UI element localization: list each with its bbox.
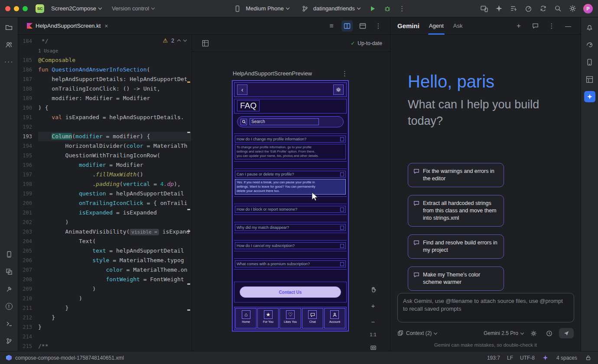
nav-item-person[interactable]: Account	[324, 308, 345, 328]
preview-canvas[interactable]: HelpAndSupportScreenPreview ⋮ ‹ FAQ	[192, 52, 390, 351]
run-configurations-icon[interactable]	[508, 3, 519, 14]
lock-icon[interactable]	[584, 354, 592, 362]
expand-icon[interactable]	[340, 208, 344, 211]
expand-icon[interactable]	[340, 137, 344, 141]
settings-gear-button[interactable]	[333, 84, 344, 95]
device-explorer-icon[interactable]	[3, 249, 15, 260]
expand-icon[interactable]	[340, 262, 344, 266]
code-line[interactable]: AnimatedVisibility(visible = isExpand	[38, 227, 192, 237]
fullscreen-window-button[interactable]	[23, 6, 28, 11]
zoom-actual-size[interactable]: 1:1	[370, 332, 376, 337]
code-line[interactable]: style = MaterialTheme.typog	[38, 256, 192, 265]
send-button[interactable]	[559, 328, 574, 338]
faq-question[interactable]: What comes with a premium subscription?	[235, 260, 346, 267]
vcs-widget[interactable]: Version control	[108, 3, 158, 13]
code-line[interactable]: }	[38, 303, 192, 313]
nav-item-home[interactable]: ⌂Home	[235, 308, 257, 328]
device-streaming-icon[interactable]	[478, 3, 490, 14]
build-icon[interactable]	[3, 283, 15, 295]
sync-project-icon[interactable]	[537, 3, 549, 14]
code-line[interactable]: fontWeight = FontWeight	[38, 275, 192, 284]
suggestion-card[interactable]: Fix the warnings and errors in the edito…	[408, 163, 504, 187]
back-button[interactable]: ‹	[237, 84, 247, 95]
prompt-history-icon[interactable]	[543, 328, 555, 339]
minimize-window-button[interactable]	[14, 6, 19, 11]
more-toolwindows-icon[interactable]: ···	[3, 56, 15, 68]
debug-button[interactable]	[382, 3, 393, 14]
code-line[interactable]: )	[38, 294, 192, 303]
suggestion-card[interactable]: Extract all hardcoded strings from this …	[408, 195, 504, 227]
pan-hand-icon[interactable]	[367, 284, 379, 295]
search-everywhere-icon[interactable]	[552, 3, 563, 14]
code-line[interactable]: fun QuestionAndAnswerInfoSection(	[38, 65, 192, 75]
suggestion-card[interactable]: Make my Theme's color scheme warmer	[408, 266, 504, 291]
code-line[interactable]: QuestionWithTrailingIconRow(	[38, 151, 192, 160]
tab-ask[interactable]: Ask	[453, 17, 463, 35]
code-line[interactable]: val isExpanded = helpAndSupportDetails.	[38, 113, 192, 122]
code-line[interactable]: )	[38, 218, 192, 227]
code-line[interactable]: @Composable	[38, 55, 192, 65]
gemini-toolwindow-icon[interactable]	[584, 91, 595, 102]
layout-inspector-icon[interactable]	[584, 74, 595, 85]
more-run-actions-button[interactable]: ⋮	[396, 3, 408, 14]
grid-layout-icon[interactable]	[200, 38, 211, 49]
code-line[interactable]: )	[38, 284, 192, 294]
problems-icon[interactable]: !	[3, 301, 15, 312]
code-line[interactable]: HorizontalDivider(color = MaterialTh	[38, 141, 192, 151]
gemini-prompt-input[interactable]	[397, 293, 574, 322]
code-editor[interactable]: 1841851861871881891901911921931941951961…	[18, 35, 192, 351]
code-line[interactable]: ) {	[38, 103, 192, 113]
code-line[interactable]: }	[38, 313, 192, 322]
settings-icon[interactable]	[567, 3, 578, 14]
code-line[interactable]: onTrailingIconClick = { onTraili	[38, 198, 192, 208]
terminal-icon[interactable]	[3, 318, 15, 329]
chat-history-icon[interactable]	[530, 20, 541, 32]
code-line[interactable]: question = helpAndSupportDetail	[38, 189, 192, 198]
hide-panel-icon[interactable]: —	[562, 20, 574, 32]
code-line[interactable]: color = MaterialTheme.on	[38, 265, 192, 275]
code-line[interactable]: text = helpAndSupportDetail	[38, 246, 192, 256]
suggestion-card[interactable]: Find and resolve build errors in my proj…	[408, 234, 504, 259]
code-line[interactable]: 1 Usage	[38, 46, 192, 55]
structure-view-icon[interactable]: ≡	[326, 20, 337, 32]
next-warning-icon[interactable]	[183, 38, 187, 42]
status-file[interactable]: compose-compose-model-1758748140651.xml	[6, 355, 124, 361]
code-line[interactable]: isExpanded = isExpanded	[38, 208, 192, 218]
expand-icon[interactable]	[340, 226, 344, 230]
nav-item-heart[interactable]: ♡Likes You	[280, 308, 301, 328]
gradle-tool-icon[interactable]	[584, 39, 595, 50]
contact-us-button[interactable]: Contact Us	[240, 286, 341, 298]
version-control-tool-icon[interactable]	[3, 335, 15, 347]
ai-status-icon[interactable]	[542, 354, 549, 362]
tab-helpandsupportscreen[interactable]: HelpAndSupportScreen.kt ×	[24, 17, 111, 35]
faq-question[interactable]: Why did my match disappear?	[235, 224, 346, 231]
code-line[interactable]: /**	[38, 341, 192, 351]
zoom-out-icon[interactable]: −	[367, 316, 379, 327]
split-editor-icon[interactable]	[341, 20, 353, 32]
gemini-options-icon[interactable]: ⋮	[546, 20, 557, 32]
editor-options-icon[interactable]: ⋮	[373, 20, 384, 32]
code-line[interactable]: .padding(vertical = 4.dp),	[38, 179, 192, 189]
encoding-widget[interactable]: UTF-8	[520, 355, 535, 361]
faq-question[interactable]: How do I change my profile information?	[235, 136, 346, 143]
nav-item-star[interactable]: ★For You	[257, 308, 279, 328]
expand-icon[interactable]	[340, 172, 344, 176]
expand-icon[interactable]	[340, 244, 344, 248]
caret-position-widget[interactable]: 193:7	[487, 355, 500, 361]
preview-menu-icon[interactable]: ⋮	[341, 70, 348, 77]
faq-question[interactable]: How do I cancel my subscription?	[235, 242, 346, 249]
project-selector[interactable]: Screen2Compose	[48, 3, 105, 13]
inspection-widget[interactable]: ⚠ 2	[163, 37, 186, 44]
preview-mode-icon[interactable]	[357, 20, 368, 32]
editor-code[interactable]: */1 Usage@Composablefun QuestionAndAnswe…	[38, 36, 192, 351]
code-line[interactable]: modifier = Modifier	[38, 160, 192, 170]
code-line[interactable]: }	[38, 322, 192, 332]
prev-warning-icon[interactable]	[177, 39, 181, 43]
branch-selector[interactable]: datingandfriends	[296, 1, 364, 16]
run-button[interactable]	[367, 3, 378, 14]
indent-widget[interactable]: 4 spaces	[556, 355, 577, 361]
code-line[interactable]	[38, 332, 192, 341]
faq-question[interactable]: Can I pause or delete my profile?	[235, 171, 346, 178]
model-selector[interactable]: Gemini 2.5 Pro	[484, 330, 523, 336]
zoom-to-fit-icon[interactable]	[367, 342, 379, 353]
